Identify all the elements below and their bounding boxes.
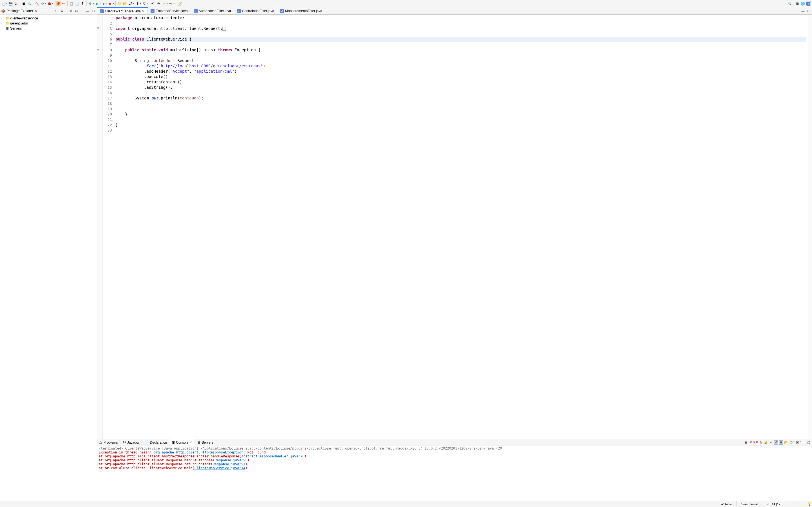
bottom-panel: ⚠Problems@Javadoc📄Declaration▣Console✕🖥S… (97, 439, 812, 501)
tree-item-gerenciador[interactable]: ›📁gerenciador (0, 21, 97, 26)
editor-tabs: JClienteWebService.java✕JEmpresaService.… (97, 7, 812, 15)
java-file-icon: J (151, 9, 154, 13)
editor-maximize-icon[interactable]: ▢ (806, 9, 811, 13)
console-clear-icon[interactable]: 🗑 (758, 440, 763, 445)
status-menu-icon[interactable]: ⋮ (791, 502, 795, 506)
folder-icon[interactable]: 📁 (117, 1, 122, 6)
filter2-icon[interactable]: ▤ (74, 9, 79, 13)
terminal-icon[interactable]: ▣ (21, 1, 26, 6)
tree-item-cliente-webservice[interactable]: ›📁cliente-webservice (0, 16, 97, 21)
console-open-icon[interactable]: 📂 (784, 440, 788, 445)
close-icon[interactable]: ✕ (190, 441, 192, 445)
link-icon[interactable]: ⇆ (59, 9, 64, 13)
console-wordwrap-icon[interactable]: ↩ (769, 440, 773, 445)
console-output[interactable]: <terminated> ClienteWebService [Java App… (97, 446, 812, 501)
refresh-icon[interactable]: ⟳ (40, 1, 45, 6)
console-showstd-icon[interactable]: ▣ (779, 440, 783, 445)
close-panel-icon[interactable]: ✕ (35, 9, 37, 13)
stacktrace-link[interactable]: AbstractResponseHandler.java:70 (241, 454, 305, 458)
fwd-icon[interactable]: ⇨ (168, 1, 173, 6)
focus-icon[interactable]: ◈ (68, 9, 73, 13)
tree-item-Servers[interactable]: 🖥Servers (0, 26, 97, 31)
status-writable: Writable (716, 501, 737, 507)
java-ee-icon[interactable]: 🌐 (800, 1, 805, 6)
open-icon[interactable]: 📂 (122, 1, 128, 6)
console-display-icon[interactable]: ▢ (789, 440, 794, 445)
panel-minimize-icon[interactable]: — (801, 440, 806, 445)
pin-icon[interactable]: 📌 (56, 1, 61, 6)
run-last-icon[interactable]: ▶ (101, 1, 106, 6)
panel-maximize-icon[interactable]: ▢ (806, 440, 811, 445)
stop-icon[interactable]: ▶ (108, 1, 113, 6)
status-insert: Smart Insert (737, 501, 763, 507)
stacktrace-link[interactable]: org.apache.http.client.HttpResponseExcep… (154, 450, 243, 454)
bottom-tab-problems[interactable]: ⚠Problems (97, 439, 120, 446)
console-terminate-icon[interactable]: ◼ (743, 440, 748, 445)
save-icon[interactable]: 💾 (8, 1, 13, 6)
save-all-icon[interactable]: 🗂 (13, 1, 18, 6)
stacktrace-link[interactable]: Response.java:90 (215, 458, 248, 462)
console-remove-icon[interactable]: ✖ (748, 440, 753, 445)
project-tree[interactable]: ›📁cliente-webservice›📁gerenciador🖥Server… (0, 15, 97, 501)
tab-ClienteWebService.java[interactable]: JClienteWebService.java✕ (97, 7, 148, 14)
java-perspective-icon[interactable]: J (806, 1, 811, 6)
main-toolbar: 📄▾ 💾 🗂 ▣ 🔍 🔨 ⟳▾ 🐞▾ 📌 ✏ 📋 📄 ¶ ⚙▾ ▶▾ ▶▾ ▶▾… (0, 0, 812, 7)
new-icon[interactable]: 📄 (1, 1, 6, 6)
build-icon[interactable]: 🔨 (35, 1, 40, 6)
maximize-icon[interactable]: ▢ (91, 9, 96, 13)
bottom-tab-console[interactable]: ▣Console✕ (169, 439, 195, 446)
close-tab-icon[interactable]: ✕ (142, 9, 145, 13)
stacktrace-link[interactable]: ClienteWebService.java:14 (195, 466, 246, 470)
package-explorer-title: 📦 Package Explorer ✕ (1, 9, 37, 13)
debug-icon[interactable]: 🐞 (47, 1, 52, 6)
redo-icon[interactable]: ↷ (156, 1, 161, 6)
console-scrolllock-icon[interactable]: 🔒 (763, 440, 768, 445)
search-button[interactable]: 🔍 (787, 1, 792, 6)
stacktrace-link[interactable]: Response.java:97 (213, 462, 246, 466)
bottom-tab-declaration[interactable]: 📄Declaration (142, 439, 170, 446)
zoom-icon[interactable]: 🔍 (27, 1, 32, 6)
status-position: 6 : 14 [17] (763, 501, 786, 507)
java-file-icon: J (237, 9, 241, 13)
java-file-icon: J (194, 9, 198, 13)
status-bar: Writable Smart Insert 6 : 14 [17] ⋮ 💡 (0, 501, 812, 507)
bottom-tab-servers[interactable]: 🖥Servers (195, 439, 216, 446)
filter-icon[interactable]: ▽ (142, 1, 147, 6)
package-explorer-panel: 📦 Package Explorer ✕ ⇤ ⇆ ◈ ▤ ⋮ — ▢ ›📁cli… (0, 7, 97, 501)
tip-icon[interactable]: 💡 (808, 502, 811, 506)
undo-icon[interactable]: ↶ (150, 1, 155, 6)
tab-EmpresaService.java[interactable]: JEmpresaService.java (148, 7, 191, 14)
copy-icon[interactable]: 📋 (69, 1, 74, 6)
editor-minimize-icon[interactable]: — (801, 9, 805, 13)
wand-icon[interactable]: 🖍 (128, 1, 133, 6)
minimize-icon[interactable]: — (86, 9, 90, 13)
down-icon[interactable]: ⬇ (135, 1, 140, 6)
package-icon: 📦 (1, 9, 5, 13)
edit-icon[interactable]: ✏ (61, 1, 66, 6)
para-icon[interactable]: ¶ (80, 1, 85, 6)
tab-AutorizacaoFilter.java[interactable]: JAutorizacaoFilter.java (191, 7, 234, 14)
paste-icon[interactable]: 📄 (74, 1, 80, 6)
menu-icon[interactable]: ⋮ (80, 9, 84, 13)
perspective-icon[interactable]: ▦ (795, 1, 800, 6)
run-icon[interactable]: ▶ (94, 1, 100, 6)
console-pin-icon[interactable]: 📌 (774, 440, 778, 445)
tab-ControladorFilter.java[interactable]: JControladorFilter.java (234, 7, 277, 14)
bottom-tab-javadoc[interactable]: @Javadoc (120, 439, 142, 446)
console-new-icon[interactable]: ▣ (795, 440, 800, 445)
code-editor[interactable]: ⊞⊟ 123567891011121314151617181920212223 … (97, 15, 812, 439)
task-icon[interactable]: 📝 (177, 1, 182, 6)
console-removeall-icon[interactable]: ✖✖ (753, 440, 758, 445)
breakpoint-icon[interactable]: ⚙ (88, 1, 93, 6)
java-file-icon: J (280, 9, 284, 13)
collapse-icon[interactable]: ⇤ (54, 9, 58, 13)
back-icon[interactable]: ⇦ (161, 1, 167, 6)
java-file-icon: J (100, 9, 104, 13)
tab-MonitoramentoFilter.java[interactable]: JMonitoramentoFilter.java (277, 7, 325, 14)
